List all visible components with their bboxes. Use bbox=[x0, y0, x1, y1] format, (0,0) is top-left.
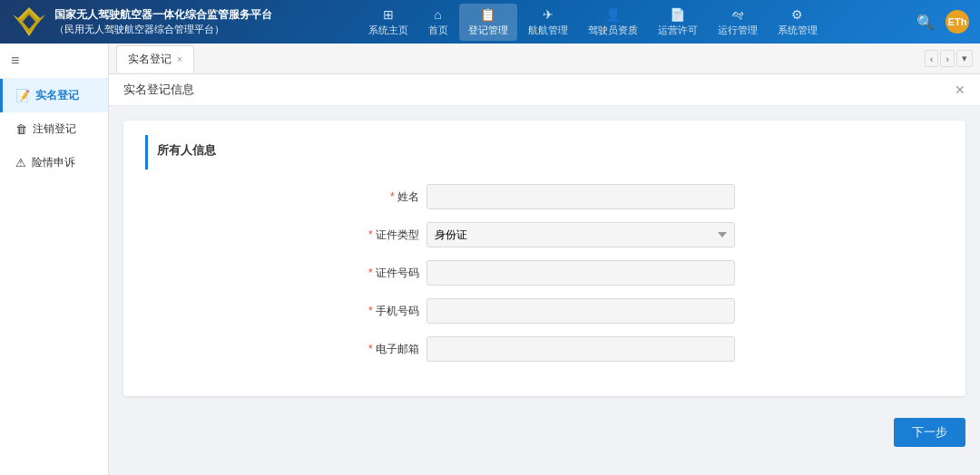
nav-item-pilot-resource[interactable]: 👤驾驶员资质 bbox=[579, 4, 647, 41]
name-label: 姓名 bbox=[354, 189, 426, 205]
complaint-icon: ⚠ bbox=[15, 156, 26, 170]
nav-icon-operations: 📄 bbox=[670, 7, 685, 22]
tab-bar: 实名登记 × ‹ › ▾ bbox=[109, 44, 980, 74]
user-avatar[interactable]: ETh bbox=[946, 10, 969, 34]
form-row-cert-type: 证件类型 身份证 护照 其他 bbox=[145, 222, 944, 247]
nav-icon-nav-management: ✈ bbox=[543, 7, 554, 22]
tab-menu-button[interactable]: ▾ bbox=[956, 50, 973, 67]
tab-close-icon[interactable]: × bbox=[177, 54, 182, 64]
tab-next-button[interactable]: › bbox=[940, 50, 955, 67]
sidebar-item-real-name-label: 实名登记 bbox=[35, 88, 79, 103]
nav-icon-registration: 📋 bbox=[480, 7, 495, 22]
nav-label-system-home: 系统主页 bbox=[368, 24, 408, 37]
section-title: 所有人信息 bbox=[145, 135, 944, 170]
content-area: 实名登记 × ‹ › ▾ 实名登记信息 ✕ 所有人信息 姓名 bbox=[109, 44, 980, 475]
nav-icon-pilot-resource: 👤 bbox=[605, 7, 621, 22]
nav-label-registration: 登记管理 bbox=[468, 24, 508, 37]
cert-type-select[interactable]: 身份证 护照 其他 bbox=[426, 222, 735, 247]
sidebar-item-real-name[interactable]: 📝 实名登记 bbox=[0, 79, 108, 112]
sidebar-item-complaint[interactable]: ⚠ 险情申诉 bbox=[0, 146, 108, 179]
tab-real-name[interactable]: 实名登记 × bbox=[116, 45, 194, 73]
nav-label-operations: 运营许可 bbox=[658, 24, 698, 37]
close-page-button[interactable]: ✕ bbox=[955, 82, 965, 97]
form-footer: 下一步 bbox=[109, 411, 980, 461]
nav-item-flight-ops[interactable]: 🛩运行管理 bbox=[709, 4, 767, 41]
main-nav: ⊞系统主页⌂首页📋登记管理✈航航管理👤驾驶员资质📄运营许可🛩运行管理⚙系统管理 bbox=[272, 4, 913, 41]
cert-type-label: 证件类型 bbox=[354, 228, 426, 243]
email-label: 电子邮箱 bbox=[354, 342, 426, 357]
nav-item-system-home[interactable]: ⊞系统主页 bbox=[359, 4, 417, 41]
form-row-name: 姓名 bbox=[145, 184, 944, 209]
sidebar: ≡ 📝 实名登记 🗑 注销登记 ⚠ 险情申诉 bbox=[0, 44, 109, 475]
sidebar-item-cancel-registration[interactable]: 🗑 注销登记 bbox=[0, 112, 108, 146]
nav-icon-flight-ops: 🛩 bbox=[731, 7, 744, 22]
nav-label-flight-ops: 运行管理 bbox=[718, 24, 758, 37]
tab-real-name-label: 实名登记 bbox=[128, 52, 172, 67]
tab-prev-button[interactable]: ‹ bbox=[925, 50, 939, 67]
header-actions: 🔍 ETh bbox=[913, 10, 969, 34]
form-row-cert-number: 证件号码 bbox=[145, 260, 944, 286]
nav-item-nav-management[interactable]: ✈航航管理 bbox=[519, 4, 577, 41]
cancel-reg-icon: 🗑 bbox=[15, 122, 27, 136]
nav-item-registration[interactable]: 📋登记管理 bbox=[459, 4, 517, 41]
form-row-email: 电子邮箱 bbox=[145, 336, 944, 362]
nav-label-home: 首页 bbox=[428, 24, 448, 37]
logo-area: 国家无人驾驶航空器一体化综合监管服务平台 （民用无人驾驶航空器综合管理平台） bbox=[11, 5, 272, 38]
form-container: 所有人信息 姓名 证件类型 身份证 护照 其他 证件 bbox=[123, 121, 965, 396]
nav-icon-system-home: ⊞ bbox=[383, 7, 394, 22]
phone-input[interactable] bbox=[426, 298, 735, 324]
cert-number-label: 证件号码 bbox=[354, 266, 426, 281]
name-input[interactable] bbox=[426, 184, 735, 209]
page-header: 实名登记信息 ✕ bbox=[109, 74, 980, 106]
email-input[interactable] bbox=[426, 336, 735, 362]
sidebar-item-cancel-label: 注销登记 bbox=[33, 121, 76, 137]
menu-icon: ≡ bbox=[11, 53, 19, 68]
app-title: 国家无人驾驶航空器一体化综合监管服务平台 （民用无人驾驶航空器综合管理平台） bbox=[54, 7, 272, 36]
real-name-icon: 📝 bbox=[15, 89, 30, 102]
search-button[interactable]: 🔍 bbox=[913, 10, 938, 34]
title-main: 国家无人驾驶航空器一体化综合监管服务平台 bbox=[54, 7, 272, 23]
tab-nav-buttons: ‹ › ▾ bbox=[925, 50, 973, 67]
title-sub: （民用无人驾驶航空器综合管理平台） bbox=[54, 23, 272, 36]
next-button[interactable]: 下一步 bbox=[894, 418, 965, 447]
phone-label: 手机号码 bbox=[354, 304, 426, 319]
page-header-text: 实名登记信息 bbox=[123, 82, 194, 98]
main-layout: ≡ 📝 实名登记 🗑 注销登记 ⚠ 险情申诉 实名登记 × ‹ › ▾ bbox=[0, 44, 980, 475]
nav-label-system-mgmt: 系统管理 bbox=[778, 24, 818, 37]
form-row-phone: 手机号码 bbox=[145, 298, 944, 324]
logo-icon bbox=[11, 5, 47, 38]
sidebar-toggle[interactable]: ≡ bbox=[0, 44, 108, 79]
cert-number-input[interactable] bbox=[426, 260, 735, 286]
nav-item-operations[interactable]: 📄运营许可 bbox=[649, 4, 707, 41]
sidebar-item-complaint-label: 险情申诉 bbox=[32, 155, 75, 170]
page-content: 实名登记信息 ✕ 所有人信息 姓名 证件类型 身份证 护照 其他 bbox=[109, 74, 980, 475]
nav-item-system-mgmt[interactable]: ⚙系统管理 bbox=[769, 4, 827, 41]
nav-label-pilot-resource: 驾驶员资质 bbox=[588, 24, 638, 37]
app-header: 国家无人驾驶航空器一体化综合监管服务平台 （民用无人驾驶航空器综合管理平台） ⊞… bbox=[0, 0, 980, 44]
nav-label-nav-management: 航航管理 bbox=[528, 24, 568, 37]
nav-icon-system-mgmt: ⚙ bbox=[791, 7, 803, 22]
nav-icon-home: ⌂ bbox=[434, 7, 441, 22]
nav-item-home[interactable]: ⌂首页 bbox=[419, 4, 457, 41]
